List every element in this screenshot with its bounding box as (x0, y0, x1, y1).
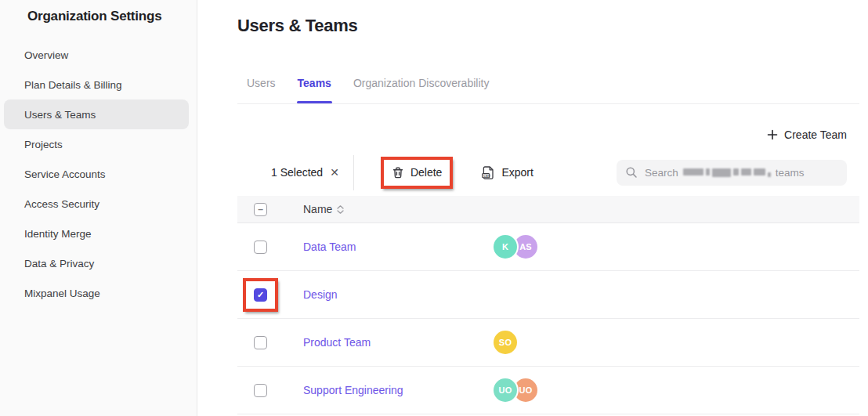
trash-icon (392, 166, 404, 179)
delete-button-highlight-annotation: Delete (381, 157, 453, 189)
row-checkbox[interactable] (254, 336, 267, 349)
member-avatars: SO (494, 331, 517, 354)
page-title: Users & Teams (237, 16, 357, 36)
sort-icon[interactable] (337, 205, 344, 214)
search-input[interactable]: Search teams (617, 160, 847, 186)
row-checkbox[interactable] (254, 241, 267, 254)
sidebar-item-data-privacy[interactable]: Data & Privacy (4, 248, 189, 278)
member-avatars: K AS (494, 235, 537, 259)
sidebar-item-overview[interactable]: Overview (4, 40, 189, 70)
avatar: SO (494, 331, 517, 354)
create-team-label: Create Team (784, 128, 847, 141)
delete-button[interactable]: Delete (384, 160, 450, 186)
avatar: K (494, 235, 517, 259)
team-name-link[interactable]: Product Team (303, 336, 371, 349)
sidebar-item-plan-details-billing[interactable]: Plan Details & Billing (4, 70, 189, 99)
export-button-label: Export (501, 166, 533, 179)
sidebar-item-mixpanel-usage[interactable]: Mixpanel Usage (4, 278, 189, 308)
main-content: Users & Teams Users Teams Organization D… (197, 0, 868, 416)
svg-text:CSV: CSV (483, 173, 490, 177)
settings-sidebar: Organization Settings Overview Plan Deta… (0, 0, 197, 416)
tab-users[interactable]: Users (247, 69, 276, 103)
clear-selection-icon[interactable]: ✕ (330, 166, 339, 179)
sidebar-item-projects[interactable]: Projects (4, 129, 189, 159)
avatar: UO (514, 378, 537, 402)
tab-bar: Users Teams Organization Discoverability (237, 69, 859, 104)
organization-settings-page: Organization Settings Overview Plan Deta… (0, 0, 868, 416)
sidebar-nav: Overview Plan Details & Billing Users & … (4, 40, 189, 308)
sidebar-item-service-accounts[interactable]: Service Accounts (4, 159, 189, 189)
select-all-checkbox[interactable]: – (254, 203, 267, 216)
sidebar-item-users-teams[interactable]: Users & Teams (4, 99, 189, 129)
tab-teams[interactable]: Teams (298, 69, 331, 103)
delete-button-label: Delete (410, 166, 442, 179)
csv-file-icon: CSV (481, 165, 495, 180)
selected-count-chip: 1 Selected ✕ (271, 166, 339, 179)
create-team-button[interactable]: Create Team (767, 128, 847, 141)
table-row-support-engineering: Support Engineering UO UO (237, 367, 859, 414)
row-checkbox[interactable] (254, 384, 267, 397)
avatar: AS (514, 235, 537, 259)
team-name-link[interactable]: Design (303, 288, 338, 301)
toolbar-divider (353, 155, 354, 190)
tab-organization-discoverability[interactable]: Organization Discoverability (353, 69, 490, 103)
search-placeholder: Search teams (645, 167, 805, 179)
export-button[interactable]: CSV Export (473, 159, 541, 186)
teams-table-header: – Name (237, 196, 859, 223)
teams-table: – Name Data Team K AS (237, 196, 859, 414)
search-icon (625, 166, 638, 179)
sidebar-item-identity-merge[interactable]: Identity Merge (4, 219, 189, 248)
row-checkbox-checked[interactable]: ✓ (254, 288, 267, 302)
table-row-data-team: Data Team K AS (237, 223, 859, 271)
selection-toolbar: 1 Selected ✕ Delete (237, 154, 847, 190)
name-column-header[interactable]: Name (303, 203, 344, 215)
plus-icon (767, 129, 778, 140)
redacted-text (683, 168, 771, 177)
team-name-link[interactable]: Support Engineering (303, 384, 403, 396)
sidebar-title: Organization Settings (27, 9, 161, 24)
avatar: UO (494, 378, 517, 402)
selected-count-label: 1 Selected (271, 166, 323, 179)
table-row-product-team: Product Team SO (237, 319, 859, 367)
table-row-design: ✓ Design (237, 271, 859, 319)
sidebar-item-access-security[interactable]: Access Security (4, 189, 189, 219)
member-avatars: UO UO (494, 378, 537, 402)
team-name-link[interactable]: Data Team (303, 241, 356, 253)
